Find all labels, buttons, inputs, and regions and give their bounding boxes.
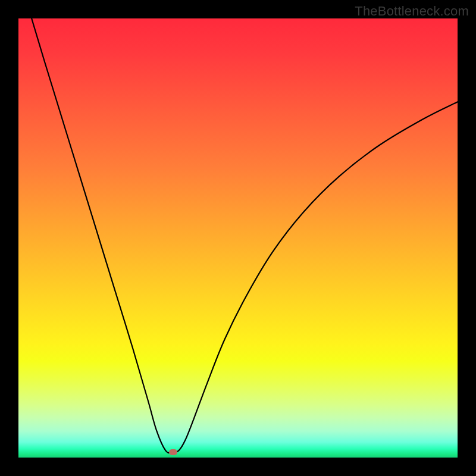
bottleneck-curve	[18, 18, 458, 458]
curve-path	[32, 18, 458, 453]
chart-container: TheBottleneck.com	[0, 0, 476, 476]
watermark-text: TheBottleneck.com	[355, 4, 469, 19]
minimum-marker	[169, 449, 177, 455]
plot-area	[18, 18, 458, 458]
